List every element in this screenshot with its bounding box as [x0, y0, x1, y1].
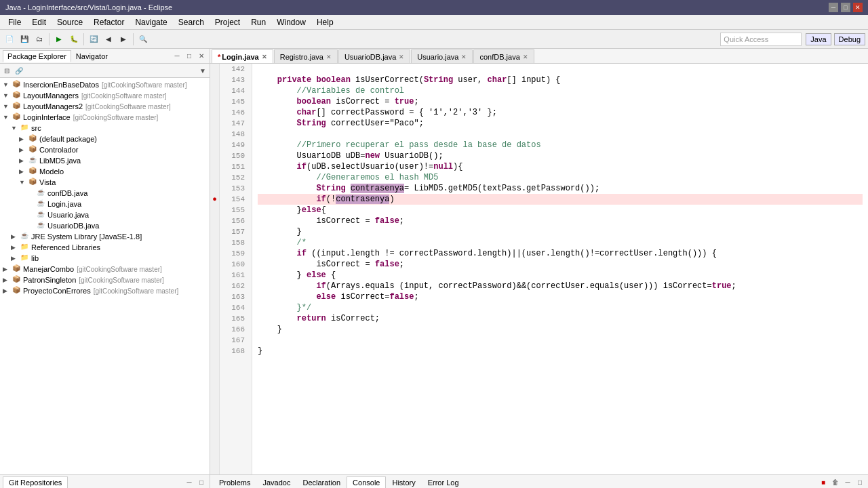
toolbar-save[interactable]: 💾 [18, 33, 31, 46]
tab-close-button[interactable]: ✕ [262, 54, 267, 60]
toolbar-new[interactable]: 📄 [3, 33, 16, 46]
tab-declaration[interactable]: Declaration [296, 476, 347, 489]
menu-window[interactable]: Window [271, 16, 311, 28]
line-number: 142 [224, 64, 248, 75]
left-panel-maximize[interactable]: □ [184, 51, 195, 62]
tree-arrow: ▼ [3, 103, 11, 110]
tab-close-button[interactable]: ✕ [399, 54, 404, 60]
menu-source[interactable]: Source [52, 16, 88, 28]
tree-label: confDB.java [47, 189, 87, 197]
toolbar-debug[interactable]: 🐛 [67, 33, 81, 46]
console-clear-btn[interactable]: 🗑 [830, 477, 841, 488]
tab-git-repositories[interactable]: Git Repositories [3, 476, 68, 488]
editor-area: *Login.java✕Registro.java✕UsuarioDB.java… [210, 49, 868, 474]
bottom-left-minimize[interactable]: ─ [184, 477, 195, 488]
line-marker [210, 237, 219, 248]
tree-item[interactable]: ▶📁lib [1, 253, 208, 264]
bottom-left-maximize[interactable]: □ [196, 477, 207, 488]
quick-access-input[interactable]: Quick Access [720, 33, 802, 46]
tree-item[interactable]: ▼📦Vista [1, 177, 208, 188]
collapse-all-btn[interactable]: ⊟ [1, 65, 12, 76]
toolbar-back[interactable]: ◀ [102, 33, 115, 46]
tab-console[interactable]: Console [347, 476, 386, 488]
menu-refactor[interactable]: Refactor [88, 16, 130, 28]
line-number: 148 [224, 129, 248, 140]
console-minimize[interactable]: ─ [842, 477, 853, 488]
code-line: /* [258, 237, 863, 248]
tab-package-explorer[interactable]: Package Explorer [3, 50, 71, 62]
menu-edit[interactable]: Edit [26, 16, 52, 28]
console-stop-btn[interactable]: ■ [818, 477, 829, 488]
menu-project[interactable]: Project [210, 16, 245, 28]
tab-error-log[interactable]: Error Log [422, 476, 465, 489]
menu-run[interactable]: Run [245, 16, 271, 28]
tree-item[interactable]: ☕Login.java [1, 199, 208, 209]
tree-item[interactable]: ☕Usuario.java [1, 209, 208, 220]
tree-item[interactable]: ▶📦(default package) [1, 134, 208, 144]
tree-item[interactable]: ▼📦LayoutManagers [gitCookingSoftware mas… [1, 90, 208, 101]
editor-tabs: *Login.java✕Registro.java✕UsuarioDB.java… [210, 49, 868, 64]
menu-navigate[interactable]: Navigate [130, 16, 172, 28]
menu-file[interactable]: File [3, 16, 26, 28]
toolbar-refresh[interactable]: 🔄 [87, 33, 100, 46]
view-menu-btn[interactable]: ▼ [197, 65, 208, 76]
editor-tab[interactable]: confDB.java✕ [473, 49, 534, 63]
tab-close-button[interactable]: ✕ [523, 54, 528, 60]
code-line: if ((input.length != correctPassword.len… [258, 248, 863, 259]
tree-item[interactable]: ▼📦LoginInterface [gitCookingSoftware mas… [1, 112, 208, 123]
line-number: 166 [224, 324, 248, 335]
editor-tab[interactable]: UsuarioDB.java✕ [338, 49, 410, 63]
tree-item[interactable]: ▶📁Referenced Libraries [1, 242, 208, 253]
toolbar-run[interactable]: ▶ [52, 33, 66, 46]
editor-tab[interactable]: Usuario.java✕ [411, 49, 473, 63]
tree-item[interactable]: ▶☕JRE System Library [JavaSE-1.8] [1, 231, 208, 242]
editor-tab[interactable]: Registro.java✕ [274, 49, 338, 63]
tree-item[interactable]: ▶📦ProyectoConErrores [gitCookingSoftware… [1, 285, 208, 296]
left-panel-minimize[interactable]: ─ [172, 51, 182, 62]
menu-bar: File Edit Source Refactor Navigate Searc… [0, 15, 868, 30]
toolbar-forward[interactable]: ▶ [117, 33, 130, 46]
maximize-button[interactable]: □ [841, 3, 850, 12]
menu-search[interactable]: Search [173, 16, 210, 28]
tree-label: Usuario.java [47, 211, 89, 219]
tab-navigator[interactable]: Navigator [71, 50, 113, 62]
line-marker [210, 129, 219, 140]
code-line [258, 129, 863, 140]
tree-icon: 📦 [11, 113, 22, 122]
editor-tab[interactable]: *Login.java✕ [212, 49, 273, 63]
link-with-editor-btn[interactable]: 🔗 [14, 65, 24, 76]
bottom-panel: Git Repositories ─ □ ▶ 🗂 gitCookingSoftw… [0, 474, 868, 488]
tree-item[interactable]: ☕UsuarioDB.java [1, 220, 208, 231]
code-editor[interactable]: ● 14214314414514614714814915015115215315… [210, 64, 868, 474]
toolbar-sep3 [133, 33, 134, 45]
console-maximize[interactable]: □ [854, 477, 865, 488]
tree-icon: 📦 [11, 80, 22, 89]
tab-history[interactable]: History [386, 476, 421, 489]
tree-label: Referenced Libraries [31, 243, 100, 251]
debug-perspective-button[interactable]: Debug [834, 33, 865, 45]
line-number: 143 [224, 75, 248, 85]
java-perspective-button[interactable]: Java [806, 33, 831, 45]
tree-item[interactable]: ☕confDB.java [1, 188, 208, 199]
close-button[interactable]: ✕ [853, 3, 863, 12]
tree-item[interactable]: ▶📦Modelo [1, 166, 208, 177]
tab-close-button[interactable]: ✕ [326, 54, 332, 60]
tree-item[interactable]: ▼📦InsercionEnBaseDatos [gitCookingSoftwa… [1, 79, 208, 90]
toolbar-search[interactable]: 🔍 [136, 33, 150, 46]
menu-help[interactable]: Help [311, 16, 339, 28]
tree-item[interactable]: ▼📁src [1, 123, 208, 134]
code-line: isCorrect = false; [258, 216, 863, 226]
code-content[interactable]: private boolean isUserCorrect(String use… [252, 64, 868, 474]
left-panel-close[interactable]: ✕ [196, 51, 207, 62]
tree-item[interactable]: ▶📦Controlador [1, 144, 208, 155]
tree-item[interactable]: ▶📦PatronSingleton [gitCookingSoftware ma… [1, 274, 208, 285]
tab-close-button[interactable]: ✕ [461, 54, 467, 60]
minimize-button[interactable]: ─ [829, 3, 838, 12]
tab-problems[interactable]: Problems [213, 476, 256, 489]
tree-item[interactable]: ▼📦LayoutManagers2 [gitCookingSoftware ma… [1, 101, 208, 112]
bottom-left-panel: Git Repositories ─ □ ▶ 🗂 gitCookingSoftw… [0, 475, 210, 488]
toolbar-save-all[interactable]: 🗂 [33, 33, 46, 46]
tree-item[interactable]: ▶☕LibMD5.java [1, 155, 208, 166]
tab-javadoc[interactable]: Javadoc [256, 476, 296, 489]
tree-item[interactable]: ▶📦ManejarCombo [gitCookingSoftware maste… [1, 264, 208, 274]
